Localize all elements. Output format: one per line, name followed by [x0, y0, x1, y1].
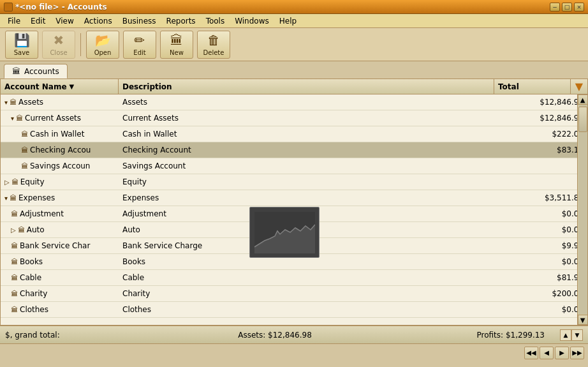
title-bar: *<no file> - Accounts − □ × [0, 0, 588, 14]
save-button[interactable]: 💾 Save [5, 31, 38, 59]
menu-edit[interactable]: Edit [26, 15, 50, 27]
scroll-thumb[interactable] [578, 107, 587, 132]
account-name: Cable [20, 273, 41, 282]
account-name-cell: 🏛 Cash in Wallet [1, 128, 119, 140]
accounts-table-area: Account Name ▼ Description Total ▼ ▾ 🏛 A… [0, 79, 588, 326]
account-icon: 🏛 [16, 114, 23, 123]
edit-label: Edit [133, 49, 145, 56]
save-icon: 💾 [14, 33, 30, 48]
account-description-cell: Cash in Wallet [119, 128, 511, 140]
tab-bar: 🏛 Accounts [0, 61, 588, 79]
account-total-cell: $0.00 [511, 255, 587, 268]
scroll-arrow-header[interactable]: ▼ [571, 79, 587, 94]
tab-accounts[interactable]: 🏛 Accounts [4, 64, 68, 79]
account-name: Assets [18, 98, 43, 107]
new-button[interactable]: 🏛 New [160, 31, 193, 59]
table-row[interactable]: 🏛 Charity Charity $200.00 [1, 286, 587, 302]
account-icon: 🏛 [11, 210, 18, 218]
menu-help[interactable]: Help [274, 15, 302, 27]
column-total-label: Total [498, 82, 519, 91]
account-name-cell: ▾ 🏛 Expenses [1, 191, 119, 204]
delete-button[interactable]: 🗑 Delete [197, 31, 230, 59]
delete-icon: 🗑 [207, 33, 220, 48]
close-button[interactable]: × [574, 3, 584, 11]
profits-total: Profits: $1,299.13 [365, 331, 560, 340]
account-name: Savings Accoun [30, 161, 90, 170]
table-row[interactable]: 🏛 Savings Accoun Savings Account [1, 158, 587, 174]
expand-assets[interactable]: ▾ [4, 99, 8, 106]
account-name: Expenses [18, 193, 55, 202]
account-total-cell: $0.00 [511, 223, 587, 236]
account-name-cell: ▾ 🏛 Current Assets [1, 112, 119, 124]
account-name: Clothes [20, 305, 48, 314]
account-name-cell: 🏛 Adjustment [1, 207, 119, 220]
status-spinner-down[interactable]: ▼ [571, 329, 583, 341]
edit-button[interactable]: ✏️ Edit [123, 31, 156, 59]
column-name-label: Account Name [4, 82, 67, 91]
accounts-tab-label: Accounts [24, 67, 59, 76]
expand-equity[interactable]: ▷ [4, 179, 10, 186]
open-icon: 📂 [95, 33, 111, 48]
menu-bar: File Edit View Actions Business Reports … [0, 14, 588, 28]
account-icon: 🏛 [21, 146, 28, 154]
account-total-cell [511, 180, 587, 184]
account-name-cell: ▾ 🏛 Assets [1, 96, 119, 109]
page-last-button[interactable]: ▶▶ [570, 347, 584, 359]
close-button[interactable]: ✖ Close [42, 31, 75, 59]
table-row[interactable]: ▾ 🏛 Assets Assets $12,846.98 [1, 94, 587, 110]
pagination-bar: ◀◀ ◀ ▶ ▶▶ [0, 343, 588, 361]
maximize-button[interactable]: □ [562, 3, 572, 11]
scroll-up-button[interactable]: ▲ [578, 94, 588, 105]
menu-reports[interactable]: Reports [161, 15, 201, 27]
table-row[interactable]: ▾ 🏛 Expenses Expenses $3,511.80 [1, 190, 587, 206]
menu-view[interactable]: View [50, 15, 78, 27]
menu-actions[interactable]: Actions [79, 15, 117, 27]
account-name: Books [20, 257, 43, 266]
account-description-cell: Charity [119, 287, 511, 300]
scroll-down-arrow: ▼ [575, 80, 583, 93]
account-icon: 🏛 [11, 178, 18, 186]
expand-auto[interactable]: ▷ [11, 227, 16, 234]
status-bar: $, grand total: Assets: $12,846.98 Profi… [0, 326, 588, 343]
table-row[interactable]: 🏛 Clothes Clothes $0.00 [1, 302, 587, 318]
sort-arrow-name: ▼ [70, 83, 75, 90]
expand-expenses[interactable]: ▾ [4, 195, 8, 202]
column-header-name[interactable]: Account Name ▼ [1, 79, 119, 94]
account-total-cell: $83.18 [511, 144, 587, 156]
table-row[interactable]: 🏛 Cash in Wallet Cash in Wallet $222.09 [1, 126, 587, 142]
menu-business[interactable]: Business [117, 15, 161, 27]
page-prev-button[interactable]: ◀ [540, 347, 554, 359]
account-name-cell: 🏛 Charity [1, 287, 119, 300]
new-label: New [170, 49, 184, 56]
table-row[interactable]: ▷ 🏛 Equity Equity [1, 174, 587, 190]
accounts-tab-icon: 🏛 [12, 66, 20, 76]
open-button[interactable]: 📂 Open [86, 31, 119, 59]
table-row[interactable]: 🏛 Cable Cable $81.99 [1, 270, 587, 286]
grand-total-label: $, grand total: [5, 331, 185, 340]
account-total-cell: $9.95 [511, 239, 587, 252]
page-next-button[interactable]: ▶ [555, 347, 569, 359]
column-header-total[interactable]: Total [494, 79, 571, 94]
page-first-button[interactable]: ◀◀ [524, 347, 538, 359]
account-name-cell: 🏛 Cable [1, 271, 119, 284]
account-description-cell: Assets [119, 96, 511, 109]
scroll-down-button[interactable]: ▼ [578, 315, 588, 325]
account-total-cell: $12,846.98 [511, 112, 587, 124]
column-header-description[interactable]: Description [119, 79, 494, 94]
menu-tools[interactable]: Tools [201, 15, 230, 27]
expand-current-assets[interactable]: ▾ [11, 115, 14, 122]
menu-file[interactable]: File [3, 15, 26, 27]
menu-windows[interactable]: Windows [230, 15, 274, 27]
status-spinner-up[interactable]: ▲ [560, 329, 571, 341]
minimize-button[interactable]: − [550, 3, 560, 11]
table-header: Account Name ▼ Description Total ▼ [1, 79, 587, 94]
account-name: Checking Accou [30, 146, 91, 154]
toolbar: 💾 Save ✖ Close 📂 Open ✏️ Edit 🏛 New 🗑 De… [0, 28, 588, 61]
table-row[interactable]: 🏛 Checking Accou Checking Account $83.18 [1, 142, 587, 158]
assets-total: Assets: $12,846.98 [185, 331, 365, 340]
toolbar-separator-1 [80, 33, 81, 56]
table-row[interactable]: ▾ 🏛 Current Assets Current Assets $12,84… [1, 110, 587, 126]
account-name: Equity [20, 177, 45, 186]
scroll-track[interactable] [578, 105, 587, 314]
save-label: Save [14, 49, 30, 56]
